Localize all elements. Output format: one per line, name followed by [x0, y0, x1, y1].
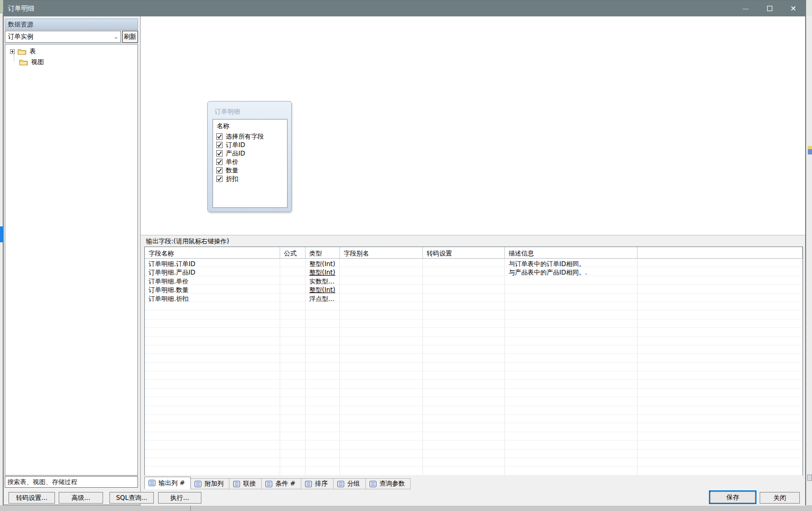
diagram-field-row[interactable]: 订单ID [213, 141, 287, 149]
grid-cell [340, 406, 423, 414]
tab-联接[interactable]: 联接 [229, 478, 262, 489]
grid-row[interactable] [145, 397, 802, 406]
button-高级[interactable]: 高级... [59, 492, 103, 504]
tab-查询参数[interactable]: 查询参数 [366, 478, 411, 489]
field-checkbox[interactable] [216, 133, 223, 140]
tab-分组[interactable]: 分组 [334, 478, 366, 489]
datasource-tree[interactable]: 表 视图 [5, 44, 138, 476]
grid-cell [306, 311, 340, 318]
minimize-button[interactable]: — [734, 1, 758, 16]
table-field-list: 名称 选择所有字段订单ID产品ID单价数量折扣 [213, 119, 288, 208]
grid-cell [340, 345, 423, 353]
grid-row[interactable]: 订单明细.产品ID整型(Int)与产品表中的产品ID相同。. [145, 267, 802, 276]
tab-排序[interactable]: 排序 [301, 478, 334, 489]
grid-row[interactable]: 订单明细.数量整型(Int) [145, 285, 802, 293]
grid-cell [638, 415, 802, 423]
grid-row[interactable] [145, 328, 802, 336]
field-checkbox[interactable] [216, 176, 223, 182]
grid-row[interactable] [145, 415, 802, 423]
grid-row[interactable] [145, 441, 802, 449]
grid-cell [306, 337, 340, 345]
check-icon [217, 159, 222, 165]
grid-row[interactable]: 订单明细.单价实数型... [145, 276, 802, 285]
grid-cell [638, 423, 802, 431]
field-label: 单价 [226, 158, 238, 167]
button-转码设置[interactable]: 转码设置... [8, 492, 55, 504]
expand-plus-icon[interactable] [10, 49, 15, 54]
grid-header-cell: 公式 [280, 247, 306, 258]
grid-cell [638, 432, 802, 440]
grid-cell [638, 320, 802, 327]
maximize-button[interactable] [758, 1, 781, 16]
grid-cell [280, 467, 306, 474]
tree-item-views[interactable]: 视图 [19, 58, 44, 67]
grid-cell [280, 380, 306, 388]
refresh-button[interactable]: 刷新 [122, 31, 138, 43]
grid-cell [145, 450, 280, 458]
button-执行[interactable]: 执行... [158, 492, 201, 504]
output-fields-grid[interactable]: 字段名称公式类型字段别名转码设置描述信息订单明细.订单ID整型(Int)与订单表… [144, 247, 803, 476]
grid-row[interactable] [145, 311, 802, 319]
grid-header-cell: 字段别名 [340, 247, 423, 258]
grid-row[interactable] [145, 467, 802, 475]
diagram-field-row[interactable]: 单价 [213, 158, 287, 166]
grid-row[interactable] [145, 458, 802, 467]
grid-cell: 整型(Int) [306, 267, 340, 275]
grid-cell [280, 259, 306, 267]
button-SQL查询[interactable]: SQL查询... [109, 492, 154, 504]
save-button[interactable]: 保存 [709, 490, 756, 504]
titlebar[interactable]: 订单明细 — ✕ [4, 1, 805, 16]
grid-row[interactable] [145, 354, 802, 362]
grid-row[interactable] [145, 423, 802, 432]
tab-输出列[interactable]: 输出列 # [144, 477, 191, 489]
diagram-field-row[interactable]: 数量 [213, 166, 287, 175]
tree-item-tables[interactable]: 表 [10, 47, 36, 56]
grid-row[interactable]: 订单明细.折扣浮点型... [145, 294, 802, 302]
field-checkbox[interactable] [216, 142, 223, 148]
grid-row[interactable] [145, 320, 802, 328]
grid-row[interactable] [145, 380, 802, 388]
grid-row[interactable] [145, 450, 802, 458]
grid-cell [306, 302, 340, 310]
close-button[interactable]: 关闭 [760, 492, 800, 504]
tab-条件[interactable]: 条件 # [262, 478, 301, 489]
grid-cell [423, 458, 505, 466]
grid-cell: 整型(Int) [306, 285, 340, 293]
search-input[interactable] [5, 476, 138, 488]
tab-label: 分组 [347, 479, 360, 488]
grid-row[interactable] [145, 406, 802, 415]
grid-cell [306, 328, 340, 336]
close-window-button[interactable]: ✕ [781, 1, 805, 16]
grid-cell [340, 467, 423, 474]
grid-cell [638, 345, 802, 353]
tab-附加列[interactable]: 附加列 [191, 478, 229, 489]
diagram-field-row[interactable]: 产品ID [213, 149, 287, 158]
diagram-field-row[interactable]: 选择所有字段 [213, 132, 287, 141]
grid-row[interactable] [145, 302, 802, 311]
grid-row[interactable] [145, 371, 802, 380]
grid-cell [145, 380, 280, 388]
diagram-field-row[interactable]: 折扣 [213, 175, 287, 183]
grid-row[interactable] [145, 363, 802, 371]
datasource-select[interactable]: 订单实例 ⌄ [5, 31, 121, 43]
output-fields-panel: 输出字段:(请用鼠标右键操作) 字段名称公式类型字段别名转码设置描述信息订单明细… [140, 235, 805, 506]
grid-row[interactable]: 订单明细.订单ID整型(Int)与订单表中的订单ID相同。 [145, 259, 802, 267]
grid-cell [145, 354, 280, 362]
grid-row[interactable] [145, 389, 802, 397]
field-checkbox[interactable] [216, 150, 223, 157]
grid-row[interactable] [145, 432, 802, 441]
background-fragment [806, 0, 812, 16]
grid-cell [505, 337, 638, 345]
table-diagram-box[interactable]: 订单明细 名称 选择所有字段订单ID产品ID单价数量折扣 [207, 101, 292, 212]
grid-cell: 与产品表中的产品ID相同。. [505, 267, 638, 275]
field-checkbox[interactable] [216, 159, 223, 165]
field-checkbox[interactable] [216, 167, 223, 174]
field-label: 订单ID [226, 141, 245, 150]
grid-cell [505, 371, 638, 379]
grid-row[interactable] [145, 337, 802, 345]
grid-cell [306, 397, 340, 405]
grid-cell [280, 311, 306, 318]
grid-row[interactable] [145, 345, 802, 354]
grid-cell [340, 415, 423, 423]
table-diagram-title[interactable]: 订单明细 [215, 107, 240, 116]
